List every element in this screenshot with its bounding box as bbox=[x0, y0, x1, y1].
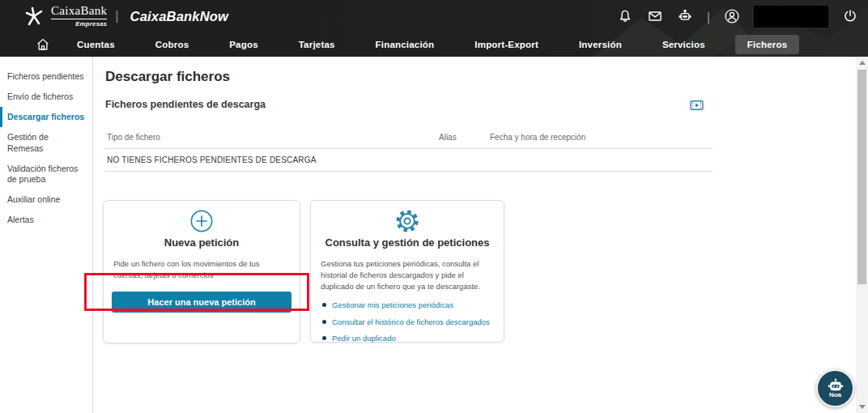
bullet-dot bbox=[322, 336, 326, 340]
main-content: Descargar ficheros Ficheros pendientes d… bbox=[93, 57, 856, 413]
caixabank-star-icon bbox=[24, 6, 44, 26]
bullet-dot bbox=[322, 320, 326, 324]
sidebar-item-validacion-ficheros[interactable]: Validación ficheros de prueba bbox=[0, 159, 92, 189]
header-top-row: CaixaBank Empresas | CaixaBankNow bbox=[0, 0, 868, 32]
card-consulta-gestion: Consulta y gestión de peticiones Gestion… bbox=[310, 200, 504, 343]
power-icon bbox=[842, 8, 858, 24]
video-icon bbox=[690, 100, 704, 111]
section-title: Ficheros pendientes de descarga bbox=[105, 99, 266, 110]
nav-item-cuentas[interactable]: Cuentas bbox=[66, 35, 126, 54]
card-title-nueva-peticion: Nueva petición bbox=[104, 236, 300, 249]
sidebar-item-auxiliar-online[interactable]: Auxiliar online bbox=[0, 189, 92, 210]
profile-button[interactable] bbox=[724, 8, 740, 24]
list-item: Consultar el histórico de ficheros desca… bbox=[321, 317, 494, 327]
nav-item-ficheros[interactable]: Ficheros bbox=[735, 35, 800, 54]
nav-item-servicios[interactable]: Servicios bbox=[652, 35, 716, 54]
home-icon bbox=[36, 37, 50, 52]
sidebar-item-gestion-de-remesas[interactable]: Gestión de Remesas bbox=[0, 127, 92, 158]
card-nueva-peticion: Nueva petición Pide un fichero con los m… bbox=[103, 200, 300, 343]
nav-item-import-export[interactable]: Import-Export bbox=[464, 35, 549, 54]
robot-icon bbox=[677, 8, 693, 24]
link-consultar-historico[interactable]: Consultar el histórico de ficheros desca… bbox=[332, 317, 490, 327]
header-actions: | bbox=[617, 0, 858, 32]
scrollbar-down-arrow[interactable] bbox=[859, 405, 866, 409]
link-pedir-duplicado[interactable]: Pedir un duplicado bbox=[332, 334, 396, 343]
vertical-scrollbar[interactable] bbox=[856, 57, 868, 413]
table-empty-row: NO TIENES FICHEROS PENDIENTES DE DESCARG… bbox=[105, 149, 713, 172]
nav-item-tarjetas[interactable]: Tarjetas bbox=[288, 35, 346, 54]
logo-divider: | bbox=[115, 9, 118, 23]
bullet-dot bbox=[322, 303, 326, 307]
messages-button[interactable] bbox=[647, 8, 663, 24]
brand-name: CaixaBank bbox=[51, 5, 107, 19]
table-header-row: Tipo de fichero Alias Fecha y hora de re… bbox=[105, 128, 713, 149]
top-header: CaixaBank Empresas | CaixaBankNow bbox=[0, 0, 868, 57]
product-name: CaixaBankNow bbox=[130, 9, 229, 24]
gear-icon bbox=[395, 209, 419, 233]
brand-segment: Empresas bbox=[75, 21, 107, 28]
pending-files-table: Tipo de fichero Alias Fecha y hora de re… bbox=[105, 128, 713, 172]
assistant-button[interactable] bbox=[677, 8, 693, 24]
column-header-alias: Alias bbox=[439, 133, 457, 142]
empty-table-message: NO TIENES FICHEROS PENDIENTES DE DESCARG… bbox=[105, 155, 317, 164]
envelope-icon bbox=[647, 8, 663, 24]
noa-assistant-button[interactable]: Noa bbox=[816, 369, 854, 407]
page-title: Descargar ficheros bbox=[105, 69, 230, 85]
noa-label: Noa bbox=[829, 391, 841, 398]
card-link-list: Gestionar mis peticiones periódicas Cons… bbox=[311, 300, 504, 343]
bell-icon bbox=[617, 8, 633, 24]
nav-item-pagos[interactable]: Pagos bbox=[219, 35, 269, 54]
logout-button[interactable] bbox=[842, 8, 858, 24]
plus-circle-icon bbox=[189, 209, 214, 233]
brand-logo[interactable]: CaixaBank Empresas bbox=[24, 5, 107, 28]
column-header-tipo-de-fichero: Tipo de fichero bbox=[107, 133, 160, 142]
sidebar-item-envio-de-ficheros[interactable]: Envío de ficheros bbox=[0, 87, 92, 107]
notifications-button[interactable] bbox=[617, 8, 633, 24]
list-item: Gestionar mis peticiones periódicas bbox=[321, 300, 494, 310]
user-icon bbox=[724, 8, 740, 24]
card-title-consulta-gestion: Consulta y gestión de peticiones bbox=[311, 236, 504, 249]
sidebar-item-descargar-ficheros[interactable]: Descargar ficheros bbox=[0, 107, 92, 127]
redacted-username bbox=[754, 6, 828, 28]
nav-item-cobros[interactable]: Cobros bbox=[145, 35, 199, 54]
nav-item-financiacion[interactable]: Financiación bbox=[365, 35, 445, 54]
scrollbar-up-arrow[interactable] bbox=[859, 61, 866, 65]
main-navigation: Cuentas Cobros Pagos Tarjetas Financiaci… bbox=[0, 32, 799, 57]
scrollbar-thumb[interactable] bbox=[857, 70, 866, 284]
sidebar: Ficheros pendientes Envío de ficheros De… bbox=[0, 57, 93, 413]
icon-separator: | bbox=[707, 10, 710, 23]
link-gestionar-peticiones[interactable]: Gestionar mis peticiones periódicas bbox=[332, 300, 453, 310]
card-description-nueva-peticion: Pide un fichero con los movimientos de t… bbox=[104, 258, 300, 281]
home-button[interactable] bbox=[36, 37, 55, 52]
caixabanknow-page: CaixaBank Empresas | CaixaBankNow bbox=[0, 0, 868, 413]
list-item: Pedir un duplicado bbox=[321, 334, 494, 343]
caixabank-wordmark: CaixaBank Empresas bbox=[51, 5, 107, 28]
sidebar-item-ficheros-pendientes[interactable]: Ficheros pendientes bbox=[0, 66, 92, 87]
sidebar-item-alertas[interactable]: Alertas bbox=[0, 210, 92, 230]
column-header-fecha: Fecha y hora de recepción bbox=[490, 133, 585, 142]
video-tutorial-button[interactable] bbox=[690, 100, 704, 111]
card-description-consulta-gestion: Gestiona tus peticiones periódicas, cons… bbox=[311, 258, 504, 292]
nav-item-inversion[interactable]: Inversión bbox=[568, 35, 632, 54]
hacer-nueva-peticion-button[interactable]: Hacer una nueva petición bbox=[112, 292, 291, 313]
